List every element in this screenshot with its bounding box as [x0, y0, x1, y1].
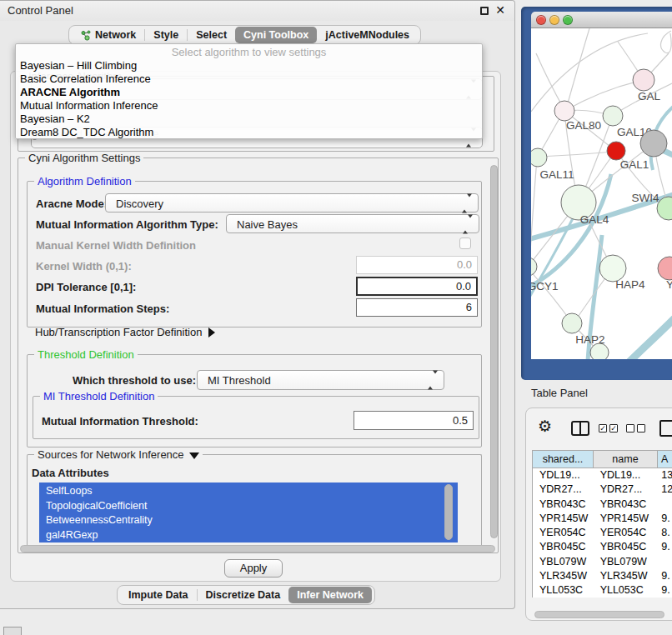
data-attributes-label: Data Attributes: [32, 467, 109, 479]
select-all-icon[interactable]: ✓: [599, 424, 607, 432]
table-cell: YDR27...: [533, 482, 594, 497]
table-cell: YLR345W: [533, 569, 594, 583]
popup-item-mutual-information[interactable]: Mutual Information Inference: [16, 99, 482, 112]
collapsed-panel-chip[interactable]: [3, 627, 22, 635]
tab-network[interactable]: Network: [72, 27, 144, 43]
network-node[interactable]: [562, 313, 582, 333]
table-cell: YLL053C: [594, 583, 658, 598]
mi-threshold-field[interactable]: 0.5: [354, 411, 474, 430]
table-row[interactable]: YER054CYER054C8.: [533, 526, 672, 540]
node-label: GCY1: [531, 280, 558, 292]
network-node[interactable]: [640, 130, 667, 157]
tab-select[interactable]: Select: [188, 27, 235, 43]
table-row[interactable]: YLR345WYLR345W9.: [533, 569, 672, 583]
table-row[interactable]: YPR145WYPR145W9.: [533, 512, 672, 526]
tab-discretize-data[interactable]: Discretize Data: [198, 587, 289, 603]
deselect-all-icon[interactable]: [626, 424, 634, 432]
table-row[interactable]: YBR045CYBR045C9.: [533, 540, 672, 554]
minimize-button[interactable]: [549, 15, 559, 25]
node-label: GAL80: [566, 119, 601, 132]
algorithm-definition-group: Algorithm Definition Aracne Mode: Discov…: [27, 181, 482, 328]
aracne-mode-combobox[interactable]: Discovery: [105, 193, 479, 212]
gear-icon[interactable]: ⚙: [538, 417, 552, 435]
node-label: SWI4: [631, 192, 659, 204]
network-canvas[interactable]: GALGAL80GAL10GAL1GAL11GAL4SWI4GCY1HAP4YH…: [531, 28, 672, 359]
network-window-titlebar[interactable]: [531, 12, 672, 28]
settings-vertical-scrollbar[interactable]: [490, 165, 498, 538]
table-row[interactable]: YBL079WYBL079W: [533, 555, 672, 569]
tab-cyni-toolbox[interactable]: Cyni Toolbox: [235, 27, 317, 43]
sources-title: Sources for Network Inference: [38, 448, 184, 461]
popup-prompt: Select algorithm to view settings: [16, 45, 482, 59]
sources-group-label[interactable]: Sources for Network Inference: [34, 448, 203, 461]
column-header-name[interactable]: name: [593, 451, 657, 468]
network-node[interactable]: [603, 106, 623, 126]
column-header-shared-name[interactable]: shared...: [532, 451, 593, 468]
network-node[interactable]: [554, 101, 574, 121]
network-node[interactable]: [531, 148, 547, 167]
new-table-icon[interactable]: [659, 420, 672, 437]
dpi-tolerance-field[interactable]: 0.0: [356, 277, 478, 296]
settings-horizontal-scrollbar[interactable]: [20, 545, 495, 552]
tab-jactivemnodules[interactable]: jActiveMNodules: [317, 27, 418, 43]
table-row[interactable]: YLL053CYLL053C9.: [533, 583, 672, 598]
table-cell: YBR043C: [594, 498, 658, 512]
tab-infer-network[interactable]: Infer Network: [288, 587, 372, 603]
mi-steps-field[interactable]: 6: [356, 298, 478, 317]
network-node[interactable]: [607, 142, 625, 160]
popup-item-dream8[interactable]: Dream8 DC_TDC Algorithm: [16, 126, 482, 139]
table-horizontal-scrollbar[interactable]: [534, 611, 664, 618]
attribute-item-betweennesscentrality[interactable]: BetweennessCentrality: [39, 513, 458, 528]
manual-kernel-checkbox[interactable]: [459, 238, 471, 249]
stepper-arrows-icon: [462, 197, 472, 209]
control-panel-title: Control Panel: [8, 4, 73, 17]
attribute-item-selfloops[interactable]: SelfLoops: [39, 484, 458, 499]
table-row[interactable]: YDR27...YDR27...12: [533, 482, 672, 497]
hub-definition-expander[interactable]: Hub/Transcription Factor Definition: [35, 326, 215, 338]
zoom-button[interactable]: [563, 15, 573, 25]
column-header-third[interactable]: A: [657, 451, 672, 468]
network-node[interactable]: [658, 257, 672, 280]
which-threshold-combobox[interactable]: MI Threshold: [197, 370, 444, 390]
control-panel-window: Control Panel ✕ Network Style Select Cyn…: [0, 0, 515, 609]
stepper-arrows-icon: [428, 374, 438, 387]
table-cell: 8.: [657, 526, 672, 540]
collapse-down-icon: [189, 452, 199, 459]
table-cell: YLL053C: [533, 583, 594, 598]
network-node[interactable]: [590, 343, 609, 359]
aracne-mode-value: Discovery: [116, 197, 163, 209]
select-all-icon[interactable]: ✓: [609, 424, 618, 432]
table-cell: YER054C: [533, 526, 594, 540]
split-columns-icon[interactable]: [571, 421, 589, 436]
hub-definition-label: Hub/Transcription Factor Definition: [35, 326, 202, 338]
apply-button[interactable]: Apply: [224, 559, 283, 578]
close-button[interactable]: [536, 15, 546, 25]
mi-steps-label: Mutual Information Steps:: [36, 302, 169, 315]
popup-item-bayesian-hill-climbing[interactable]: Bayesian – Hill Climbing: [16, 59, 482, 72]
mi-type-combobox[interactable]: Naive Bayes: [226, 214, 479, 233]
node-label: GAL11: [539, 168, 574, 181]
deselect-all-icon[interactable]: [637, 424, 645, 432]
control-panel-titlebar[interactable]: Control Panel ✕: [0, 1, 514, 21]
kernel-width-field[interactable]: 0.0: [356, 256, 478, 274]
attribute-item-topologicalcoefficient[interactable]: TopologicalCoefficient: [39, 499, 458, 514]
table-cell: YPR145W: [594, 512, 658, 526]
tab-style[interactable]: Style: [145, 27, 187, 43]
tab-impute-data[interactable]: Impute Data: [120, 587, 197, 603]
table-cell: YBR043C: [533, 498, 594, 512]
table-row[interactable]: YDL19...YDL19...13: [533, 468, 672, 482]
data-attributes-list[interactable]: SelfLoops TopologicalCoefficient Between…: [39, 482, 458, 542]
popup-item-bayesian-k2[interactable]: Bayesian – K2: [16, 112, 482, 126]
attributes-list-scrollbar[interactable]: [444, 484, 453, 540]
table-row[interactable]: YBR043CYBR043C: [533, 498, 672, 512]
network-node[interactable]: [633, 69, 654, 91]
close-icon[interactable]: ✕: [495, 3, 505, 17]
popup-item-aracne[interactable]: ARACNE Algorithm: [16, 86, 482, 99]
control-panel-tabbar: Network Style Select Cyni Toolbox jActiv…: [68, 25, 421, 45]
table-body: YDL19...YDL19...13YDR27...YDR27...12YBR0…: [532, 468, 672, 598]
table-cell: YBL079W: [533, 555, 594, 569]
network-node[interactable]: [531, 258, 537, 276]
popup-item-basic-correlation[interactable]: Basic Correlation Inference: [16, 72, 482, 86]
attribute-item-gal4rgexp[interactable]: gal4RGexp: [39, 528, 458, 543]
float-icon[interactable]: [480, 7, 489, 15]
